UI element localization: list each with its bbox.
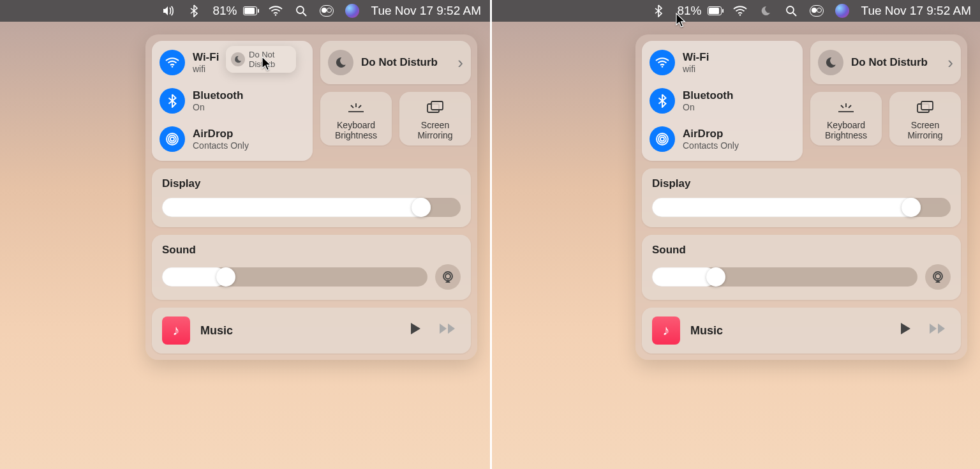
airplay-audio-button[interactable] bbox=[435, 264, 461, 290]
wifi-icon bbox=[160, 50, 185, 75]
svg-rect-17 bbox=[921, 101, 933, 110]
bluetooth-title: Bluetooth bbox=[193, 89, 243, 102]
display-section: Display ☀ bbox=[152, 168, 471, 227]
sound-section: Sound bbox=[152, 235, 471, 300]
svg-point-3 bbox=[170, 137, 174, 141]
search-icon[interactable] bbox=[784, 4, 798, 18]
dnd-label: Do Not Disturb bbox=[851, 56, 940, 69]
airdrop-status: Contacts Only bbox=[683, 140, 739, 151]
music-app-icon: ♪ bbox=[162, 316, 190, 345]
keyboard-brightness-button[interactable]: Keyboard Brightness bbox=[320, 92, 392, 145]
keyboard-brightness-label: Keyboard Brightness bbox=[814, 120, 878, 140]
airdrop-icon bbox=[160, 126, 185, 152]
screenshot-left: 81% Tue Nov 17 9:52 AM Do Not Disturb bbox=[0, 0, 490, 469]
chevron-right-icon[interactable]: › bbox=[947, 53, 953, 73]
sound-volume-slider[interactable] bbox=[652, 267, 917, 287]
screenshot-right: 81% Tue Nov 17 9:52 AM Wi-Fi bbox=[490, 0, 980, 469]
screen-mirroring-label: Screen Mirroring bbox=[403, 120, 467, 140]
svg-point-13 bbox=[660, 137, 664, 141]
wifi-icon bbox=[650, 50, 675, 75]
svg-point-0 bbox=[275, 14, 276, 15]
screen-mirroring-icon bbox=[916, 98, 934, 116]
menu-bar-clock[interactable]: Tue Nov 17 9:52 AM bbox=[371, 4, 481, 18]
svg-point-9 bbox=[445, 274, 450, 279]
siri-icon[interactable] bbox=[345, 4, 359, 18]
display-brightness-slider[interactable]: ☀ bbox=[162, 198, 461, 217]
wifi-icon[interactable] bbox=[269, 4, 283, 18]
dnd-label: Do Not Disturb bbox=[361, 56, 450, 69]
battery-percent: 81% bbox=[677, 4, 701, 18]
dnd-moon-icon[interactable] bbox=[759, 4, 773, 18]
sound-label: Sound bbox=[162, 244, 461, 257]
connectivity-card: Wi-Fi wifi Bluetooth On bbox=[642, 41, 803, 161]
airdrop-toggle[interactable]: AirDrop Contacts Only bbox=[648, 123, 796, 156]
menu-bar: 81% Tue Nov 17 9:52 AM bbox=[492, 0, 980, 22]
menu-bar: 81% Tue Nov 17 9:52 AM bbox=[0, 0, 490, 22]
svg-point-4 bbox=[168, 135, 176, 143]
screen-mirroring-icon bbox=[426, 98, 444, 116]
svg-rect-7 bbox=[431, 101, 443, 110]
display-section: Display ☀ bbox=[642, 168, 961, 227]
bluetooth-title: Bluetooth bbox=[683, 89, 733, 102]
dnd-toggle[interactable]: Do Not Disturb › bbox=[320, 41, 471, 84]
battery-icon[interactable] bbox=[243, 4, 257, 18]
fast-forward-button[interactable] bbox=[435, 320, 461, 341]
sound-label: Sound bbox=[652, 244, 951, 257]
airdrop-title: AirDrop bbox=[193, 128, 249, 140]
bluetooth-icon[interactable] bbox=[651, 4, 665, 18]
moon-icon bbox=[818, 50, 843, 75]
wifi-status: wifi bbox=[683, 64, 709, 74]
siri-icon[interactable] bbox=[835, 4, 849, 18]
control-center-icon[interactable] bbox=[320, 4, 334, 18]
svg-point-14 bbox=[658, 135, 666, 143]
display-label: Display bbox=[162, 177, 461, 190]
airplay-audio-button[interactable] bbox=[925, 264, 951, 290]
wifi-title: Wi-Fi bbox=[683, 51, 709, 64]
svg-point-2 bbox=[172, 66, 174, 68]
bluetooth-status: On bbox=[193, 102, 243, 112]
bluetooth-toggle[interactable]: Bluetooth On bbox=[648, 84, 796, 117]
dnd-toggle[interactable]: Do Not Disturb › bbox=[810, 41, 961, 84]
bluetooth-toggle[interactable]: Bluetooth On bbox=[158, 84, 306, 117]
keyboard-brightness-icon bbox=[836, 98, 856, 116]
airdrop-toggle[interactable]: AirDrop Contacts Only bbox=[158, 123, 306, 156]
now-playing-card[interactable]: ♪ Music bbox=[642, 308, 961, 354]
chevron-right-icon[interactable]: › bbox=[457, 53, 463, 73]
dnd-drag-ghost-label: Do Not Disturb bbox=[249, 50, 291, 69]
music-app-icon: ♪ bbox=[652, 316, 680, 345]
fast-forward-button[interactable] bbox=[925, 320, 951, 341]
volume-icon[interactable] bbox=[161, 4, 175, 18]
battery-icon[interactable] bbox=[708, 4, 722, 18]
menu-bar-clock[interactable]: Tue Nov 17 9:52 AM bbox=[861, 4, 971, 18]
display-brightness-slider[interactable]: ☀ bbox=[652, 198, 951, 217]
airdrop-icon bbox=[650, 126, 675, 152]
wifi-title: Wi-Fi bbox=[193, 51, 219, 64]
keyboard-brightness-label: Keyboard Brightness bbox=[324, 120, 388, 140]
play-button[interactable] bbox=[406, 320, 425, 341]
search-icon[interactable] bbox=[294, 4, 308, 18]
battery-percent: 81% bbox=[212, 4, 237, 18]
wifi-icon[interactable] bbox=[733, 4, 747, 18]
keyboard-brightness-button[interactable]: Keyboard Brightness bbox=[810, 92, 882, 145]
bluetooth-status: On bbox=[683, 102, 733, 112]
svg-point-11 bbox=[787, 6, 794, 13]
control-center-icon[interactable] bbox=[810, 4, 824, 18]
control-center-panel: Wi-Fi wifi Bluetooth On bbox=[635, 34, 967, 360]
screen-mirroring-button[interactable]: Screen Mirroring bbox=[399, 92, 471, 145]
sound-volume-slider[interactable] bbox=[162, 267, 427, 287]
play-button[interactable] bbox=[896, 320, 915, 341]
now-playing-card[interactable]: ♪ Music bbox=[152, 308, 471, 354]
bluetooth-icon bbox=[650, 88, 675, 114]
wifi-status: wifi bbox=[193, 64, 219, 74]
bluetooth-icon[interactable] bbox=[187, 4, 201, 18]
control-center-panel: Wi-Fi wifi Bluetooth On bbox=[145, 34, 477, 360]
wifi-toggle[interactable]: Wi-Fi wifi bbox=[648, 46, 796, 79]
screen-mirroring-button[interactable]: Screen Mirroring bbox=[889, 92, 961, 145]
screen-mirroring-label: Screen Mirroring bbox=[893, 120, 957, 140]
bluetooth-icon bbox=[160, 88, 185, 114]
airdrop-title: AirDrop bbox=[683, 128, 739, 140]
svg-point-12 bbox=[662, 66, 664, 68]
moon-icon bbox=[328, 50, 353, 75]
music-title: Music bbox=[200, 324, 396, 338]
display-label: Display bbox=[652, 177, 951, 190]
